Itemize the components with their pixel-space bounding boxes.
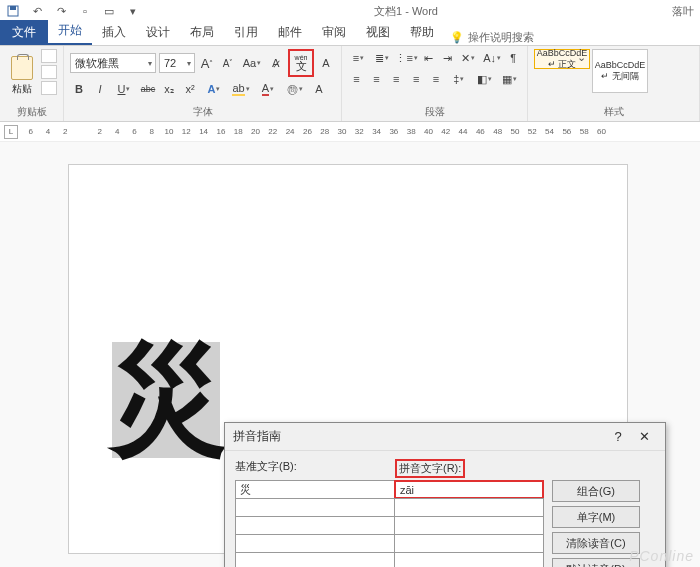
- base-text-input-1[interactable]: 災: [235, 480, 395, 499]
- base-text-input-5[interactable]: [235, 552, 395, 567]
- line-spacing-button[interactable]: ‡▾: [447, 70, 470, 88]
- group-label-paragraph: 段落: [342, 105, 527, 119]
- paste-button[interactable]: 粘贴: [6, 49, 37, 103]
- ribbon: 粘贴 剪贴板 微软雅黑 72 A˄ A˅ Aa▾ A̷ wén: [0, 46, 700, 122]
- lightbulb-icon: 💡: [450, 31, 464, 44]
- ruby-text-input-1[interactable]: zāi: [394, 480, 544, 499]
- tab-file[interactable]: 文件: [0, 20, 48, 45]
- tab-review[interactable]: 审阅: [312, 20, 356, 45]
- tab-references[interactable]: 引用: [224, 20, 268, 45]
- phonetic-guide-dialog: 拼音指南 ? ✕ 基准文字(B): 拼音文字(R): 災 zāi: [224, 422, 666, 567]
- svg-rect-1: [10, 6, 16, 10]
- phonetic-guide-button-highlight: wén 文: [288, 49, 314, 77]
- asian-layout-button[interactable]: ✕▾: [458, 49, 479, 67]
- group-clipboard: 粘贴 剪贴板: [0, 46, 64, 121]
- cut-icon[interactable]: [41, 49, 57, 63]
- underline-button[interactable]: U▾: [112, 80, 136, 98]
- qat-icon[interactable]: ▫: [78, 4, 92, 18]
- style-normal[interactable]: AaBbCcDdE ↵ 正文: [534, 49, 590, 69]
- ruby-text-input-4[interactable]: [394, 534, 544, 553]
- tab-home[interactable]: 开始: [48, 18, 92, 45]
- undo-icon[interactable]: ↶: [30, 4, 44, 18]
- shrink-font-button[interactable]: A˅: [219, 54, 237, 72]
- bold-button[interactable]: B: [70, 80, 88, 98]
- default-reading-button[interactable]: 默认读音(D): [552, 558, 640, 567]
- qat-dropdown-icon[interactable]: ▾: [126, 4, 140, 18]
- tell-me-search[interactable]: 💡 操作说明搜索: [450, 30, 534, 45]
- style-no-spacing[interactable]: AaBbCcDdE ↵ 无间隔: [592, 49, 648, 93]
- char-shading-button[interactable]: A: [310, 80, 328, 98]
- clear-reading-button[interactable]: 清除读音(C): [552, 532, 640, 554]
- base-text-label: 基准文字(B):: [235, 459, 395, 478]
- change-case-button[interactable]: Aa▾: [240, 54, 264, 72]
- distribute-button[interactable]: ≡: [428, 70, 445, 88]
- grow-font-button[interactable]: A˄: [198, 54, 216, 72]
- shading-button[interactable]: ◧▾: [473, 70, 496, 88]
- single-button[interactable]: 单字(M): [552, 506, 640, 528]
- user-name: 落叶: [672, 4, 694, 19]
- tab-help[interactable]: 帮助: [400, 20, 444, 45]
- dialog-title: 拼音指南: [233, 428, 281, 445]
- base-text-input-3[interactable]: [235, 516, 395, 535]
- decrease-indent-button[interactable]: ⇤: [421, 49, 437, 67]
- phonetic-char-label: 文: [296, 61, 307, 72]
- ruby-text-input-5[interactable]: [394, 552, 544, 567]
- superscript-button[interactable]: x²: [181, 80, 199, 98]
- dialog-help-button[interactable]: ?: [605, 429, 631, 444]
- phonetic-guide-button[interactable]: wén 文: [292, 51, 310, 75]
- font-size-combo[interactable]: 72: [159, 53, 195, 73]
- format-painter-icon[interactable]: [41, 81, 57, 95]
- justify-button[interactable]: ≡: [408, 70, 425, 88]
- align-right-button[interactable]: ≡: [388, 70, 405, 88]
- group-font: 微软雅黑 72 A˄ A˅ Aa▾ A̷ wén 文 A B I U▾ abc: [64, 46, 342, 121]
- qat-icon[interactable]: ▭: [102, 4, 116, 18]
- group-button[interactable]: 组合(G): [552, 480, 640, 502]
- window-title: 文档1 - Word: [150, 4, 662, 19]
- dialog-titlebar[interactable]: 拼音指南 ? ✕: [225, 423, 665, 451]
- enclose-char-button[interactable]: ㉄▾: [283, 80, 307, 98]
- numbering-button[interactable]: ≣▾: [372, 49, 393, 67]
- tab-mailings[interactable]: 邮件: [268, 20, 312, 45]
- ruby-text-label: 拼音文字(R):: [399, 462, 461, 474]
- subscript-button[interactable]: x₂: [160, 80, 178, 98]
- copy-icon[interactable]: [41, 65, 57, 79]
- show-marks-button[interactable]: ¶: [505, 49, 521, 67]
- tab-design[interactable]: 设计: [136, 20, 180, 45]
- group-styles: AaBbCcDdE ↵ 正文 AaBbCcDdE ↵ 无间隔 样式: [528, 46, 700, 121]
- redo-icon[interactable]: ↷: [54, 4, 68, 18]
- style-name: ↵ 正文: [548, 58, 577, 71]
- text-effects-button[interactable]: A▾: [202, 80, 226, 98]
- char-border-button[interactable]: A: [317, 54, 335, 72]
- group-paragraph: ≡▾ ≣▾ ⋮≡▾ ⇤ ⇥ ✕▾ A↓▾ ¶ ≡ ≡ ≡ ≡ ≡ ‡▾ ◧▾ ▦…: [342, 46, 528, 121]
- clear-format-button[interactable]: A̷: [267, 54, 285, 72]
- align-left-button[interactable]: ≡: [348, 70, 365, 88]
- watermark: PConline: [629, 548, 694, 564]
- sort-button[interactable]: A↓▾: [482, 49, 503, 67]
- ruby-text-input-2[interactable]: [394, 498, 544, 517]
- increase-indent-button[interactable]: ⇥: [439, 49, 455, 67]
- tab-selector[interactable]: L: [4, 125, 18, 139]
- font-name-combo[interactable]: 微软雅黑: [70, 53, 156, 73]
- align-center-button[interactable]: ≡: [368, 70, 385, 88]
- tab-view[interactable]: 视图: [356, 20, 400, 45]
- document-area: 災 拼音指南 ? ✕ 基准文字(B): 拼音文字(R): 災: [0, 142, 700, 567]
- ruby-text-label-highlight: 拼音文字(R):: [395, 459, 465, 478]
- base-text-input-4[interactable]: [235, 534, 395, 553]
- clipboard-icon: [11, 56, 33, 80]
- multilevel-button[interactable]: ⋮≡▾: [395, 49, 417, 67]
- bullets-button[interactable]: ≡▾: [348, 49, 369, 67]
- tab-layout[interactable]: 布局: [180, 20, 224, 45]
- dialog-close-button[interactable]: ✕: [631, 429, 657, 444]
- italic-button[interactable]: I: [91, 80, 109, 98]
- font-color-button[interactable]: A▾: [256, 80, 280, 98]
- borders-button[interactable]: ▦▾: [498, 70, 521, 88]
- ruler: L 64224681012141618202224262830323436384…: [0, 122, 700, 142]
- save-icon[interactable]: [6, 4, 20, 18]
- ruby-text-input-3[interactable]: [394, 516, 544, 535]
- base-text-input-2[interactable]: [235, 498, 395, 517]
- highlight-button[interactable]: ab▾: [229, 80, 253, 98]
- tell-me-label: 操作说明搜索: [468, 30, 534, 45]
- paste-label: 粘贴: [12, 82, 32, 96]
- strike-button[interactable]: abc: [139, 80, 157, 98]
- tab-insert[interactable]: 插入: [92, 20, 136, 45]
